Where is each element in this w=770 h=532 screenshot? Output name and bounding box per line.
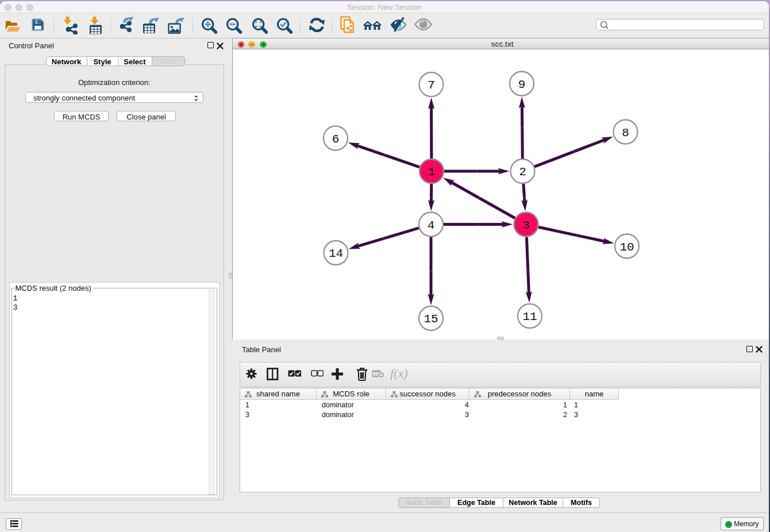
svg-text:1: 1 — [428, 165, 436, 179]
svg-text:8: 8 — [622, 126, 629, 140]
svg-text:2: 2 — [519, 165, 526, 179]
svg-text:6: 6 — [332, 133, 340, 146]
svg-text:9: 9 — [518, 78, 526, 91]
svg-text:4: 4 — [428, 219, 435, 232]
svg-text:10: 10 — [619, 241, 634, 254]
svg-text:14: 14 — [329, 247, 343, 260]
svg-text:7: 7 — [428, 79, 435, 92]
svg-text:11: 11 — [522, 310, 537, 323]
svg-text:3: 3 — [522, 219, 530, 232]
svg-text:15: 15 — [424, 313, 438, 326]
